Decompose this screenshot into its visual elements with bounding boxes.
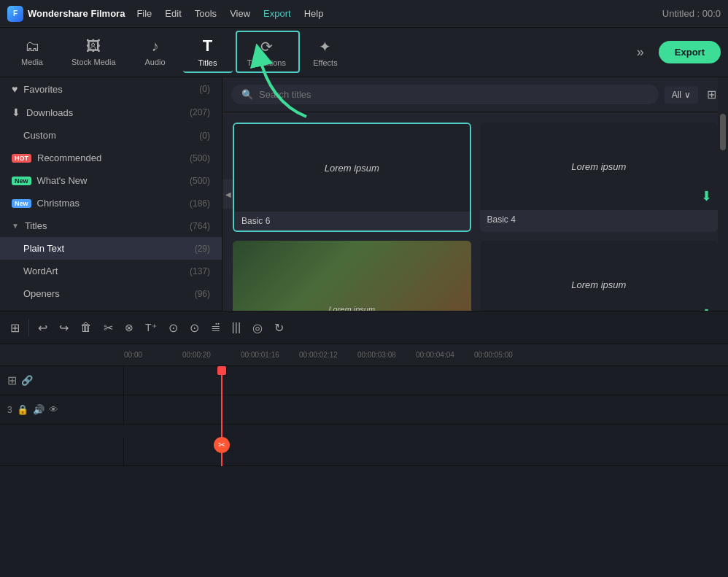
downloads-count: (207) — [190, 107, 210, 117]
toolbar-expand-btn[interactable]: » — [631, 39, 650, 66]
effects-label: Effects — [313, 58, 337, 67]
toolbar-audio-btn[interactable]: ♪ Audio — [131, 34, 180, 71]
toolbar-titles-btn[interactable]: T Titles — [183, 32, 233, 73]
crop-icon[interactable]: ⊗ — [122, 319, 136, 336]
titles-grid: Lorem ipsum Basic 6 Lorem ipsum ⬇ Basic … — [222, 112, 728, 311]
circle-icon[interactable]: ◎ — [249, 318, 266, 338]
menu-tools[interactable]: Tools — [195, 8, 217, 19]
clock-icon[interactable]: ⊙ — [187, 318, 202, 338]
playhead-diamond[interactable]: ✂ — [214, 437, 230, 453]
timeline-row-3-label — [0, 437, 124, 465]
title-card-basic6[interactable]: Lorem ipsum Basic 6 — [233, 123, 471, 232]
time-marker-5: 00:00:04:04 — [416, 351, 474, 359]
custom-label: Custom — [23, 130, 56, 141]
bars-icon[interactable]: ||| — [229, 318, 244, 337]
sidebar-item-downloads[interactable]: ⬇ Downloads (207) — [0, 101, 222, 124]
filter-select[interactable]: All ∨ — [665, 86, 698, 104]
timeline-row-2: 3 🔒 🔊 👁 — [0, 395, 728, 425]
expand-icon: ▼ — [12, 222, 19, 230]
timeline-track-area-2 — [124, 395, 728, 424]
grid-view-btn[interactable]: ⊞ — [704, 85, 719, 104]
sidebar: ♥ Favorites (0) ⬇ Downloads (207) Custom… — [0, 77, 222, 311]
search-input-wrap[interactable]: 🔍 — [231, 85, 659, 104]
sidebar-item-wordart[interactable]: WordArt (137) — [0, 260, 222, 282]
menu-export[interactable]: Export — [263, 8, 291, 19]
timeline-row-1: ⊞ 🔗 — [0, 366, 728, 395]
time-marker-0: 00:00 — [124, 351, 182, 359]
preview-text-basic6: Lorem ipsum — [325, 163, 379, 174]
text-icon[interactable]: T⁺ — [142, 319, 160, 336]
track-num-icon: 3 — [7, 405, 12, 415]
wordart-label: WordArt — [23, 266, 58, 276]
sidebar-item-favorites[interactable]: ♥ Favorites (0) — [0, 77, 222, 101]
app-name: Wondershare Filmora — [28, 8, 125, 19]
download-icon-basic4[interactable]: ⬇ — [701, 188, 712, 204]
sidebar-item-whats-new[interactable]: New What's New (500) — [0, 169, 222, 192]
menu-left: F Wondershare Filmora File Edit Tools Vi… — [7, 6, 323, 22]
favorites-icon: ♥ — [12, 83, 18, 95]
titles-sidebar-label: Titles — [25, 220, 47, 231]
toolbar-media-btn[interactable]: 🗂 Media — [7, 34, 57, 71]
favorites-count: (0) — [199, 84, 210, 94]
redo-icon[interactable]: ↪ — [56, 318, 71, 338]
titles-label: Titles — [198, 58, 217, 67]
add-track-icon[interactable]: ⊞ — [7, 373, 17, 387]
downloads-label: Downloads — [26, 107, 73, 118]
search-input[interactable] — [259, 89, 648, 100]
menu-help[interactable]: Help — [304, 8, 324, 19]
menu-view[interactable]: View — [230, 8, 250, 19]
menu-file[interactable]: File — [136, 8, 152, 19]
audio-icon: ♪ — [152, 38, 159, 55]
downloads-icon: ⬇ — [12, 107, 20, 118]
title-card-basic4[interactable]: Lorem ipsum ⬇ Basic 4 — [480, 123, 719, 232]
toolbar-effects-btn[interactable]: ✦ Effects — [301, 34, 350, 71]
delete-icon[interactable]: 🗑 — [77, 318, 95, 337]
time-marker-3: 00:00:02:12 — [299, 351, 357, 359]
export-button[interactable]: Export — [659, 41, 721, 63]
new-badge-green: New — [12, 177, 31, 185]
recommended-count: (500) — [190, 153, 210, 163]
eye-icon[interactable]: 👁 — [49, 404, 58, 415]
undo-icon[interactable]: ↩ — [35, 318, 50, 338]
time-icon[interactable]: ⊙ — [166, 318, 181, 338]
bottom-toolbar: ⊞ ↩ ↪ 🗑 ✂ ⊗ T⁺ ⊙ ⊙ ≡̈ ||| ◎ ↻ — [0, 311, 728, 344]
sidebar-item-christmas[interactable]: New Christmas (186) — [0, 192, 222, 214]
christmas-label: Christmas — [37, 198, 80, 209]
sidebar-item-custom[interactable]: Custom (0) — [0, 124, 222, 147]
sidebar-item-recommended[interactable]: HOT Recommended (500) — [0, 147, 222, 169]
title-card-basic1[interactable]: Lorem ipsum Basic 1 — [233, 241, 471, 311]
recommended-label: Recommended — [37, 152, 101, 163]
sidebar-item-titles[interactable]: ▼ Titles (764) — [0, 214, 222, 237]
wordart-count: (137) — [190, 266, 210, 276]
logo-icon: F — [7, 6, 23, 22]
timeline-header: 00:00 00:00:20 00:00:01:16 00:00:02:12 0… — [0, 344, 728, 366]
right-scrollbar[interactable] — [718, 77, 728, 311]
menu-items: File Edit Tools View Export Help — [136, 8, 323, 19]
cut-icon[interactable]: ✂ — [101, 318, 116, 338]
time-marker-1: 00:00:20 — [182, 351, 241, 359]
sidebar-item-openers[interactable]: Openers (96) — [0, 282, 222, 305]
rotate-icon[interactable]: ↻ — [271, 318, 287, 338]
toolbar-stock-btn[interactable]: 🖼 Stock Media — [60, 34, 128, 71]
toolbar-transitions-btn[interactable]: ⟳ Transitions — [236, 34, 298, 71]
title-card-basic5[interactable]: Lorem ipsum ⬇ Basic 5 — [480, 241, 719, 311]
preview-text-basic5: Lorem ipsum — [571, 279, 626, 290]
grid-icon[interactable]: ⊞ — [7, 318, 23, 338]
title-label-basic4: Basic 4 — [480, 210, 719, 229]
plain-text-label: Plain Text — [23, 243, 64, 254]
transitions-icon: ⟳ — [260, 38, 273, 55]
timeline-row-1-label: ⊞ 🔗 — [0, 366, 124, 395]
audio-label: Audio — [144, 58, 165, 66]
title-preview-basic6: Lorem ipsum — [234, 124, 470, 212]
equalizer-icon[interactable]: ≡̈ — [208, 318, 223, 338]
sidebar-item-plain-text[interactable]: Plain Text (29) — [0, 237, 222, 260]
volume-icon[interactable]: 🔊 — [33, 404, 44, 415]
title-label-basic6: Basic 6 — [234, 212, 470, 231]
toolbar: 🗂 Media 🖼 Stock Media ♪ Audio T Titles ⟳… — [0, 28, 728, 77]
download-icon-basic5[interactable]: ⬇ — [701, 306, 712, 311]
menu-edit[interactable]: Edit — [165, 8, 181, 19]
title-preview-basic5: Lorem ipsum ⬇ — [480, 241, 719, 311]
lock-icon[interactable]: 🔒 — [17, 404, 28, 415]
preview-text-basic1: Lorem ipsum — [328, 305, 375, 311]
christmas-count: (186) — [190, 198, 210, 209]
